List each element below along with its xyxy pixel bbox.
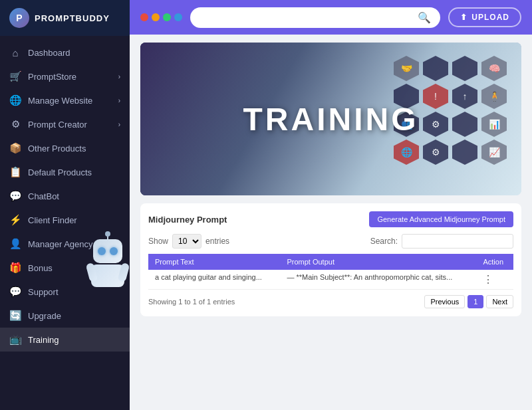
sidebar-item-label: Bonus	[28, 263, 53, 273]
cell-prompt-output: — **Main Subject**: An anthropomorphic c…	[280, 270, 476, 290]
content-area: 🤝 🧠 ! ↑ 🧍 👥 ⚙ 📊 🌐 ⚙ 📈 TRAINING	[130, 35, 532, 410]
sidebar-item-label: Default Products	[28, 167, 92, 177]
robot-body	[88, 234, 128, 280]
robot-head	[93, 239, 122, 263]
hex-gear2: ⚙	[423, 140, 448, 165]
cell-prompt-text: a cat playing guitar and singing...	[148, 270, 280, 290]
table-search-input[interactable]	[402, 234, 513, 249]
main-content: 🔍 ⬆ UPLOAD 🤝 🧠 ! ↑ 🧍 👥 ⚙	[130, 0, 532, 410]
arrow-icon: ›	[118, 97, 120, 104]
sidebar-logo: P PROMPTBUDDY	[0, 0, 130, 36]
hex-screen: 📊	[481, 112, 507, 137]
dot-blue	[174, 13, 182, 21]
col-action: Action	[476, 254, 513, 270]
dashboard-icon: ⌂	[9, 47, 21, 58]
dot-green	[163, 13, 171, 21]
robot-antenna	[107, 234, 108, 239]
entries-label: entries	[205, 237, 229, 246]
search-right: Search:	[370, 234, 513, 249]
manage-website-icon: 🌐	[9, 94, 21, 106]
sidebar-item-label: Dashboard	[28, 48, 70, 58]
hex-person: 🧍	[481, 84, 507, 109]
sidebar-item-label: Support	[28, 287, 59, 297]
hex-handshake: 🤝	[394, 56, 419, 81]
page-1-button[interactable]: 1	[467, 295, 483, 308]
chatbot-icon: 💬	[9, 190, 21, 202]
show-entries: Show 10 25 50 entries	[148, 234, 229, 249]
hex-empty5	[452, 140, 477, 165]
prev-button[interactable]: Previous	[424, 295, 465, 308]
sidebar-item-promptstore[interactable]: 🛒 PromptStore ›	[0, 64, 130, 88]
client-finder-icon: ⚡	[9, 214, 21, 226]
hex-empty1	[423, 56, 448, 81]
sidebar-item-other-products[interactable]: 📦 Other Products	[0, 136, 130, 160]
sidebar-item-manage-website[interactable]: 🌐 Manage Website ›	[0, 88, 130, 112]
upgrade-icon: 🔄	[9, 310, 21, 322]
search-bar[interactable]: 🔍	[190, 7, 440, 28]
table-footer: Showing 1 to 1 of 1 entries Previous 1 N…	[148, 295, 513, 308]
sidebar-item-label: Other Products	[28, 144, 86, 154]
hex-exclaim: !	[423, 84, 448, 109]
hex-gear1: ⚙	[423, 112, 448, 137]
table-controls: Show 10 25 50 entries Search:	[148, 234, 513, 249]
search-label: Search:	[370, 237, 398, 246]
sidebar-item-label: Prompt Creator	[28, 120, 87, 130]
show-label: Show	[148, 237, 168, 246]
table-header-row: Prompt Text Prompt Output Action	[148, 254, 513, 270]
robot-eye-right	[110, 247, 118, 255]
cell-action[interactable]: ⋮	[476, 270, 513, 290]
sidebar-item-label: Client Finder	[28, 215, 77, 225]
banner-title: TRAINING	[243, 101, 419, 138]
dot-yellow	[152, 13, 160, 21]
sidebar-item-client-finder[interactable]: ⚡ Client Finder	[0, 208, 130, 232]
other-products-icon: 📦	[9, 142, 21, 154]
upload-button[interactable]: ⬆ UPLOAD	[448, 7, 521, 27]
generate-button[interactable]: Generate Advanced Midjourney Prompt	[369, 211, 513, 227]
ai-dots	[140, 13, 182, 21]
sidebar-item-dashboard[interactable]: ⌂ Dashboard	[0, 41, 130, 64]
sidebar-item-label: Training	[28, 335, 59, 345]
promptstore-icon: 🛒	[9, 70, 21, 82]
hex-arrow-up: ↑	[452, 84, 477, 109]
search-input[interactable]	[200, 13, 412, 23]
sidebar: P PROMPTBUDDY ⌂ Dashboard 🛒 PromptStore …	[0, 0, 130, 410]
training-banner: 🤝 🧠 ! ↑ 🧍 👥 ⚙ 📊 🌐 ⚙ 📈 TRAINING	[140, 43, 521, 195]
arrow-icon: ›	[118, 121, 120, 128]
col-prompt-text: Prompt Text	[148, 254, 280, 270]
sidebar-item-default-products[interactable]: 📋 Default Products	[0, 160, 130, 184]
dot-red	[140, 13, 148, 21]
midjourney-title: Midjourney Prompt	[148, 215, 227, 225]
sidebar-item-training[interactable]: 📺 Training	[0, 328, 130, 352]
support-icon: 💬	[9, 286, 21, 298]
hex-empty2	[452, 56, 477, 81]
next-button[interactable]: Next	[486, 295, 513, 308]
hex-globe: 🌐	[394, 140, 419, 165]
footer-text: Showing 1 to 1 of 1 entries	[148, 298, 235, 306]
robot-eye-left	[98, 247, 106, 255]
search-icon[interactable]: 🔍	[418, 11, 431, 24]
hex-brain: 🧠	[481, 56, 507, 81]
hex-empty4	[452, 112, 477, 137]
entries-select[interactable]: 10 25 50	[172, 234, 201, 249]
sidebar-item-label: Manage Website	[28, 96, 92, 106]
upload-label: UPLOAD	[471, 13, 509, 22]
bonus-icon: 🎁	[9, 262, 21, 274]
sidebar-nav: ⌂ Dashboard 🛒 PromptStore › 🌐 Manage Web…	[0, 36, 130, 410]
data-table: Prompt Text Prompt Output Action a cat p…	[148, 254, 513, 290]
sidebar-item-label: PromptStore	[28, 72, 76, 82]
sidebar-item-upgrade[interactable]: 🔄 Upgrade	[0, 304, 130, 328]
sidebar-item-prompt-creator[interactable]: ⚙ Prompt Creator ›	[0, 112, 130, 136]
upload-icon: ⬆	[460, 13, 467, 22]
app-name: PROMPTBUDDY	[35, 13, 110, 23]
manager-agency-icon: 👤	[9, 238, 21, 250]
sidebar-item-label: Upgrade	[28, 311, 61, 321]
training-icon: 📺	[9, 334, 21, 346]
prompt-creator-icon: ⚙	[9, 118, 21, 130]
col-prompt-output: Prompt Output	[280, 254, 476, 270]
sidebar-item-chatbot[interactable]: 💬 ChatBot	[0, 184, 130, 208]
header: 🔍 ⬆ UPLOAD	[130, 0, 532, 35]
arrow-icon: ›	[118, 73, 120, 80]
midjourney-header: Midjourney Prompt Generate Advanced Midj…	[148, 211, 513, 227]
action-menu-icon[interactable]: ⋮	[483, 274, 493, 285]
sidebar-item-label: ChatBot	[28, 191, 59, 201]
